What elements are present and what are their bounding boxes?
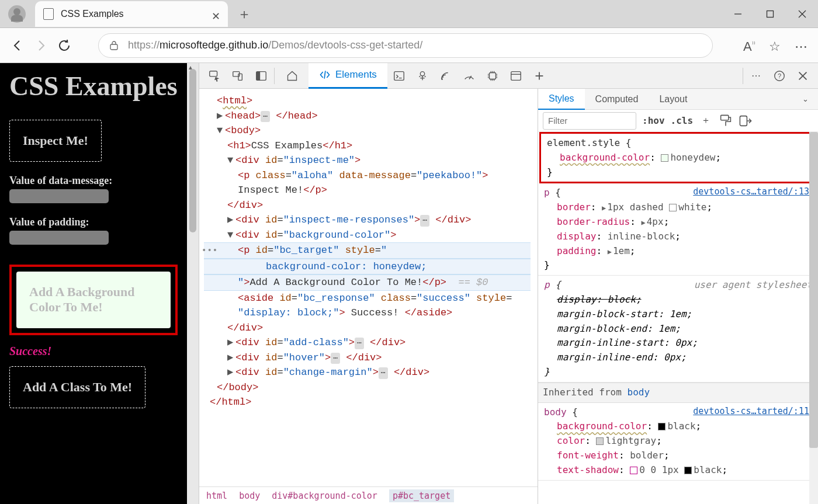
data-message-input[interactable] — [9, 189, 109, 203]
svg-line-10 — [324, 71, 325, 78]
dom-node[interactable]: ▼<body> — [204, 123, 531, 138]
styles-tabs: Styles Computed Layout ⌄ — [538, 89, 818, 110]
dom-node[interactable]: ▼<div id="background-color"> — [204, 228, 531, 243]
tab-title: CSS Examples — [61, 9, 124, 19]
dom-node[interactable]: <h1>CSS Examples</h1> — [204, 138, 531, 154]
breadcrumb-item[interactable]: div#background-color — [272, 491, 377, 501]
page-scrollbar[interactable]: ▴ — [187, 63, 199, 504]
browser-window: CSS Examples ✕ ＋ https://microsoftedge.g… — [0, 0, 818, 504]
svg-rect-11 — [394, 71, 404, 80]
dom-breadcrumb: html body div#background-color p#bc_targ… — [199, 486, 538, 504]
urlbar[interactable]: https://microsoftedge.github.io/Demos/de… — [98, 33, 713, 58]
dom-node[interactable]: ▶<div id="inspect-me-responses">⋯ </div> — [204, 213, 531, 228]
tab-welcome[interactable] — [276, 63, 309, 89]
value-padding-label: Value of padding: — [9, 216, 178, 228]
svg-rect-17 — [489, 72, 495, 79]
new-tab-button[interactable]: ＋ — [233, 5, 256, 23]
inspect-element-icon[interactable] — [203, 64, 226, 88]
urlbar-row: https://microsoftedge.github.io/Demos/de… — [0, 28, 818, 63]
dom-node[interactable]: </div> — [204, 321, 531, 336]
breadcrumb-item[interactable]: body — [239, 491, 260, 501]
dom-node[interactable]: Inspect Me!</p> — [204, 183, 531, 198]
dom-node[interactable]: "display: block;"> Success! </aside> — [204, 305, 531, 321]
minimize-button[interactable] — [722, 0, 754, 28]
refresh-button[interactable] — [57, 39, 71, 53]
browser-tab[interactable]: CSS Examples ✕ — [35, 1, 228, 27]
padding-input[interactable] — [9, 231, 109, 245]
back-button[interactable] — [11, 39, 25, 53]
dom-node[interactable]: </body> — [204, 380, 531, 395]
bg-target[interactable]: Add A Background Color To Me! — [16, 272, 171, 328]
favorites-icon[interactable]: ☆ — [769, 39, 782, 52]
devtools: Elements ⋯ ? <html> — [199, 63, 818, 504]
styles-scrollbar[interactable] — [809, 132, 818, 504]
tab-memory[interactable] — [481, 64, 504, 88]
dom-node-selected[interactable]: ">Add A Background Color To Me!</p> == $… — [204, 274, 531, 291]
breadcrumb-item-active[interactable]: p#bc_target — [389, 489, 454, 502]
new-style-rule-icon[interactable]: ＋ — [699, 114, 713, 128]
dom-node[interactable]: </html> — [204, 395, 531, 410]
devtools-close-icon[interactable] — [791, 64, 814, 88]
scrollbar-thumb[interactable] — [189, 69, 196, 232]
dom-tree[interactable]: <html> ▶<head>⋯ </head> ▼<body> <h1>CSS … — [199, 89, 538, 486]
dom-node[interactable]: ▶<div id="add-class">⋯ </div> — [204, 335, 531, 350]
rendered-page[interactable]: CSS Examples Inspect Me! Value of data-m… — [0, 63, 187, 504]
p-rule[interactable]: devtools-cs…tarted/:133 p { border: ▶1px… — [538, 183, 818, 276]
more-tabs-icon[interactable] — [528, 64, 551, 88]
devtools-more-icon[interactable]: ⋯ — [744, 64, 768, 88]
cls-toggle[interactable]: .cls — [671, 115, 694, 126]
dom-node[interactable]: </div> — [204, 198, 531, 213]
paint-icon[interactable] — [719, 114, 733, 128]
source-link[interactable]: devtools-cs…tarted/:117 — [693, 405, 814, 418]
scrollbar-thumb[interactable] — [809, 132, 818, 448]
body-rule[interactable]: devtools-cs…tarted/:117 body { backgroun… — [538, 403, 818, 481]
tab-elements[interactable]: Elements — [309, 63, 387, 89]
more-icon[interactable]: ⋯ — [795, 39, 807, 52]
dom-node[interactable]: <p class="aloha" data-message="peekaboo!… — [204, 168, 531, 183]
tab-layout[interactable]: Layout — [649, 89, 698, 110]
close-icon[interactable]: ✕ — [212, 10, 220, 18]
page-pane: CSS Examples Inspect Me! Value of data-m… — [0, 63, 199, 504]
svg-rect-9 — [257, 71, 260, 80]
tab-sources[interactable] — [411, 64, 434, 88]
profile-icon[interactable] — [8, 5, 26, 23]
svg-text:?: ? — [778, 72, 781, 79]
inspect-me-box[interactable]: Inspect Me! — [9, 120, 102, 162]
styles-list[interactable]: element.style { background-color: honeyd… — [538, 132, 818, 504]
hov-toggle[interactable]: :hov — [642, 115, 665, 126]
dom-node[interactable]: <aside id="bc_response" class="success" … — [204, 291, 531, 306]
p-ua-rule[interactable]: user agent stylesheet p { display: block… — [538, 276, 818, 383]
dom-node-selected[interactable]: •••<p id="bc_target" style=" — [204, 242, 531, 259]
element-style-rule[interactable]: element.style { background-color: honeyd… — [539, 132, 817, 183]
svg-point-12 — [420, 71, 424, 75]
url-text: https://microsoftedge.github.io/Demos/de… — [128, 39, 422, 51]
dom-node[interactable]: ▶<head>⋯ </head> — [204, 109, 531, 124]
bg-target-highlight: Add A Background Color To Me! — [9, 265, 178, 335]
tab-performance[interactable] — [457, 64, 481, 88]
dom-node[interactable]: ▼<div id="inspect-me"> — [204, 153, 531, 168]
device-emulation-icon[interactable] — [226, 64, 249, 88]
titlebar: CSS Examples ✕ ＋ — [0, 0, 818, 28]
svg-rect-7 — [238, 74, 242, 80]
tab-computed[interactable]: Computed — [585, 89, 649, 110]
svg-rect-4 — [110, 44, 117, 50]
tab-network[interactable] — [434, 64, 457, 88]
dom-node[interactable]: ▶<div id="hover">⋯ </div> — [204, 350, 531, 366]
devtools-help-icon[interactable]: ? — [768, 64, 791, 88]
maximize-button[interactable] — [754, 0, 786, 28]
filter-input[interactable] — [543, 112, 636, 130]
dock-icon[interactable] — [249, 64, 273, 88]
chevron-down-icon[interactable]: ⌄ — [802, 95, 812, 103]
window-close-button[interactable] — [786, 0, 818, 28]
computed-style-icon[interactable] — [739, 114, 753, 128]
tab-styles[interactable]: Styles — [538, 89, 585, 110]
dom-node-selected[interactable]: background-color: honeydew; — [204, 259, 531, 275]
dom-node[interactable]: <html> — [204, 93, 531, 109]
add-class-box[interactable]: Add A Class To Me! — [9, 366, 145, 408]
read-aloud-icon[interactable]: A⁾⁾ — [743, 39, 756, 52]
tab-application[interactable] — [504, 64, 528, 88]
source-link[interactable]: devtools-cs…tarted/:133 — [693, 185, 814, 199]
breadcrumb-item[interactable]: html — [206, 491, 227, 501]
tab-console[interactable] — [387, 64, 411, 88]
dom-node[interactable]: ▶<div id="change-margin">⋯ </div> — [204, 365, 531, 380]
